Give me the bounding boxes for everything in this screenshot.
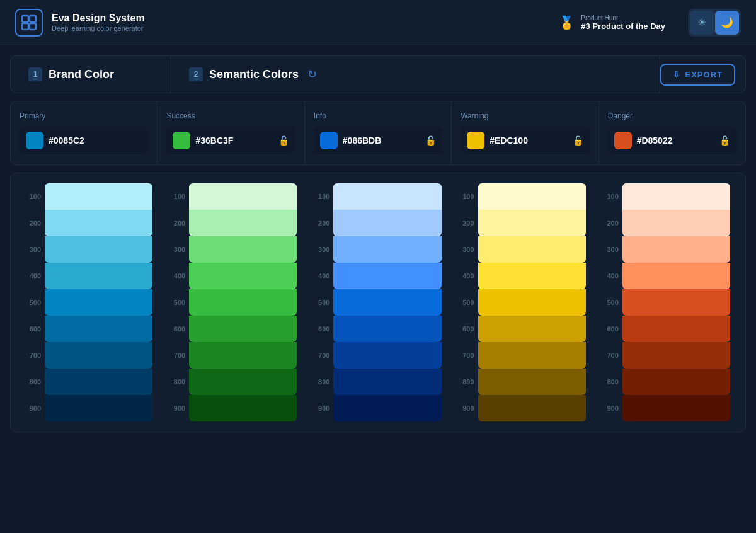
refresh-icon[interactable]: ↻ — [307, 67, 317, 81]
danger-swatch-400[interactable] — [622, 263, 730, 289]
info-swatch-300[interactable] — [333, 236, 441, 263]
info-swatch-800[interactable] — [333, 369, 441, 395]
scale-label: 200 — [454, 219, 474, 227]
light-theme-button[interactable]: ☀ — [690, 11, 714, 35]
danger-swatch-100[interactable] — [622, 183, 730, 210]
warning-swatch-500[interactable] — [478, 289, 586, 316]
danger-input-row[interactable]: #D85022 🔓 — [608, 127, 736, 154]
scale-swatch-row: 300 — [21, 236, 152, 263]
danger-scale-panel: 100200300400500600700800900 — [592, 183, 736, 421]
info-swatch-700[interactable] — [333, 342, 441, 369]
info-lock-icon: 🔓 — [425, 135, 436, 146]
scale-label: 800 — [454, 378, 474, 386]
primary-swatch-800[interactable] — [45, 369, 152, 395]
danger-panel: Danger #D85022 🔓 — [599, 101, 745, 164]
scale-swatch-row: 900 — [309, 395, 441, 421]
scale-swatch-row: 700 — [454, 342, 586, 369]
info-swatch-400[interactable] — [333, 263, 441, 289]
success-label: Success — [166, 112, 295, 120]
warning-label: Warning — [461, 112, 589, 120]
primary-swatch-400[interactable] — [45, 263, 152, 289]
danger-swatch-500[interactable] — [622, 289, 730, 316]
success-input-row[interactable]: #36BC3F 🔓 — [166, 127, 295, 154]
warning-swatch-600[interactable] — [478, 316, 586, 342]
scale-label: 400 — [21, 272, 41, 280]
success-swatch-800[interactable] — [189, 369, 297, 395]
info-swatch-200[interactable] — [333, 210, 441, 236]
warning-input-row[interactable]: #EDC100 🔓 — [461, 127, 589, 154]
semantic-colors-tab[interactable]: 2 Semantic Colors ↻ — [171, 56, 660, 93]
danger-swatch-800[interactable] — [622, 369, 730, 395]
danger-swatch-600[interactable] — [622, 316, 730, 342]
success-swatch-900[interactable] — [189, 395, 297, 421]
success-swatch-400[interactable] — [189, 263, 297, 289]
info-swatch-100[interactable] — [333, 183, 441, 210]
scale-swatch-row: 700 — [21, 342, 152, 369]
primary-swatch-900[interactable] — [45, 395, 152, 421]
success-swatch-300[interactable] — [189, 236, 297, 263]
success-swatch-700[interactable] — [189, 342, 297, 369]
info-swatch-600[interactable] — [333, 316, 441, 342]
scale-label: 500 — [598, 299, 619, 306]
warning-swatch-800[interactable] — [478, 369, 586, 395]
warning-swatch-700[interactable] — [478, 342, 586, 369]
scale-label: 400 — [454, 272, 474, 280]
success-swatch-100[interactable] — [189, 183, 297, 210]
export-label: EXPORT — [685, 70, 723, 79]
scale-label: 800 — [165, 378, 185, 386]
scale-label: 600 — [309, 325, 329, 333]
success-swatch-600[interactable] — [189, 316, 297, 342]
warning-swatch-900[interactable] — [478, 395, 586, 421]
warning-swatch-300[interactable] — [478, 236, 586, 263]
scale-swatch-row: 300 — [165, 236, 297, 263]
scale-swatch-row: 100 — [309, 183, 441, 210]
scale-label: 700 — [165, 352, 185, 359]
primary-swatch-700[interactable] — [45, 342, 152, 369]
primary-swatch-600[interactable] — [45, 316, 152, 342]
danger-swatch-900[interactable] — [622, 395, 730, 421]
warning-panel: Warning #EDC100 🔓 — [452, 101, 598, 164]
dark-theme-button[interactable]: 🌙 — [715, 11, 739, 35]
danger-swatch-200[interactable] — [622, 210, 730, 236]
scale-swatch-row: 100 — [454, 183, 586, 210]
scale-swatch-row: 200 — [309, 210, 441, 236]
danger-hex: #D85022 — [637, 135, 714, 146]
primary-swatch-500[interactable] — [45, 289, 152, 316]
scale-swatch-row: 500 — [21, 289, 152, 316]
primary-swatch-200[interactable] — [45, 210, 152, 236]
info-swatch-900[interactable] — [333, 395, 441, 421]
success-lock-icon: 🔓 — [278, 135, 289, 146]
brand-color-tab[interactable]: 1 Brand Color — [11, 56, 171, 93]
semantic-step-number: 2 — [189, 67, 203, 81]
scale-label: 300 — [454, 246, 474, 253]
scale-swatch-row: 200 — [454, 210, 586, 236]
export-button[interactable]: ⇩ EXPORT — [660, 64, 735, 86]
success-swatch-200[interactable] — [189, 210, 297, 236]
warning-swatch-200[interactable] — [478, 210, 586, 236]
scale-swatch-row: 400 — [165, 263, 297, 289]
logo-icon — [15, 9, 43, 37]
scale-label: 100 — [21, 193, 41, 200]
scale-label: 400 — [598, 272, 619, 280]
primary-input-row[interactable]: #0085C2 — [20, 127, 148, 154]
primary-swatch-100[interactable] — [45, 183, 152, 210]
scale-swatch-row: 900 — [598, 395, 730, 421]
success-swatch-500[interactable] — [189, 289, 297, 316]
scale-swatch-row: 600 — [454, 316, 586, 342]
scale-label: 600 — [454, 325, 474, 333]
warning-swatch-400[interactable] — [478, 263, 586, 289]
scale-swatch-row: 200 — [598, 210, 730, 236]
primary-swatch-300[interactable] — [45, 236, 152, 263]
info-swatch-500[interactable] — [333, 289, 441, 316]
scale-label: 600 — [598, 325, 619, 333]
scale-swatch-row: 400 — [309, 263, 441, 289]
scale-swatch-row: 600 — [21, 316, 152, 342]
warning-swatch-100[interactable] — [478, 183, 586, 210]
product-hunt-rank: #3 Product of the Day — [581, 21, 665, 31]
success-swatch — [173, 132, 190, 149]
scale-label: 800 — [598, 378, 619, 386]
scale-swatch-row: 600 — [309, 316, 441, 342]
danger-swatch-300[interactable] — [622, 236, 730, 263]
info-input-row[interactable]: #086BDB 🔓 — [314, 127, 442, 154]
danger-swatch-700[interactable] — [622, 342, 730, 369]
